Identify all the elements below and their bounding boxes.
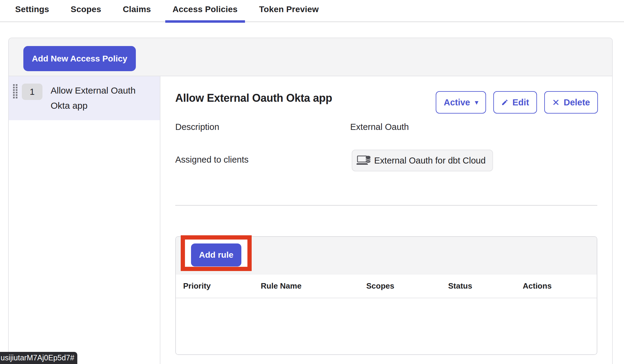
policies-split: 1 Allow External Oauth Okta app Allow Ex… bbox=[9, 76, 612, 364]
column-header-priority: Priority bbox=[176, 281, 253, 291]
column-header-scopes: Scopes bbox=[359, 281, 441, 291]
tab-scopes[interactable]: Scopes bbox=[63, 0, 109, 22]
drag-handle-icon[interactable] bbox=[13, 84, 18, 98]
rules-table-header: Priority Rule Name Scopes Status Actions bbox=[176, 274, 597, 298]
rules-table-body-empty bbox=[176, 298, 597, 354]
tab-claims[interactable]: Claims bbox=[116, 0, 158, 22]
policy-detail-panel: Allow External Oauth Okta app Active ▾ bbox=[160, 76, 612, 364]
access-policies-card: Add New Access Policy 1 bbox=[8, 38, 613, 364]
assigned-clients-row: Assigned to clients bbox=[175, 150, 598, 171]
description-value: External Oauth bbox=[350, 122, 409, 132]
rules-toolbar: Add rule bbox=[176, 237, 597, 274]
add-new-access-policy-button[interactable]: Add New Access Policy bbox=[23, 46, 136, 71]
annotation-highlight-rectangle: Add rule bbox=[181, 235, 252, 271]
pencil-icon bbox=[501, 99, 508, 106]
close-icon: ✕ bbox=[552, 97, 560, 108]
header-actions: Active ▾ Edit ✕ bbox=[436, 91, 598, 114]
client-chip: External Oauth for dbt Cloud bbox=[352, 150, 493, 171]
section-divider bbox=[175, 205, 597, 206]
rules-panel: Add rule Priority Rule Name Scopes Statu… bbox=[175, 236, 597, 355]
tab-bar: Settings Scopes Claims Access Policies T… bbox=[0, 0, 624, 22]
delete-button[interactable]: ✕ Delete bbox=[544, 91, 598, 114]
link-preview-tooltip: usijiutarM7Aj0Ep5d7# bbox=[0, 352, 77, 364]
policy-list: 1 Allow External Oauth Okta app bbox=[9, 76, 160, 364]
detail-header: Allow External Oauth Okta app Active ▾ bbox=[175, 91, 598, 114]
tab-token-preview[interactable]: Token Preview bbox=[252, 0, 326, 22]
policies-toolbar: Add New Access Policy bbox=[9, 38, 612, 76]
tab-settings[interactable]: Settings bbox=[8, 0, 56, 22]
active-status-button[interactable]: Active ▾ bbox=[436, 91, 486, 114]
delete-label: Delete bbox=[564, 98, 590, 108]
column-header-actions: Actions bbox=[515, 281, 597, 291]
add-rule-button[interactable]: Add rule bbox=[191, 243, 241, 266]
policy-priority-badge: 1 bbox=[22, 84, 42, 100]
client-app-icon bbox=[357, 155, 371, 166]
column-header-rule-name: Rule Name bbox=[253, 281, 359, 291]
assigned-clients-label: Assigned to clients bbox=[175, 155, 350, 165]
policy-title: Allow External Oauth Okta app bbox=[175, 92, 332, 104]
column-header-status: Status bbox=[441, 281, 515, 291]
page: Settings Scopes Claims Access Policies T… bbox=[0, 0, 624, 364]
policy-name: Allow External Oauth Okta app bbox=[51, 83, 142, 113]
description-label: Description bbox=[175, 122, 350, 132]
edit-button[interactable]: Edit bbox=[493, 91, 537, 114]
edit-label: Edit bbox=[512, 98, 529, 108]
client-name: External Oauth for dbt Cloud bbox=[374, 156, 486, 166]
assigned-clients-value: External Oauth for dbt Cloud bbox=[350, 150, 493, 171]
active-status-label: Active bbox=[444, 98, 470, 108]
description-row: Description External Oauth bbox=[175, 122, 598, 132]
chevron-down-icon: ▾ bbox=[475, 99, 478, 106]
tab-access-policies[interactable]: Access Policies bbox=[165, 0, 245, 22]
policy-list-item[interactable]: 1 Allow External Oauth Okta app bbox=[9, 76, 160, 120]
